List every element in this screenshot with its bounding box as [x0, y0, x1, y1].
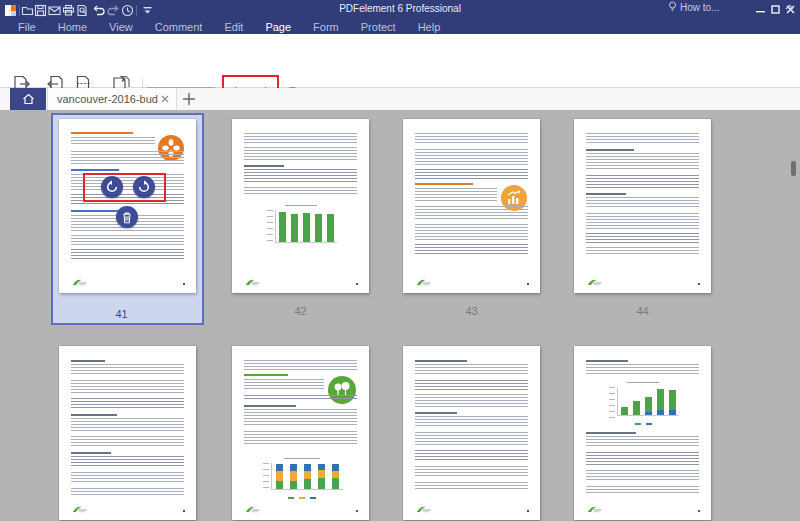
- menu-comment[interactable]: Comment: [155, 21, 203, 34]
- chart-y-axis: [267, 210, 273, 243]
- maximize-button[interactable]: [769, 3, 781, 15]
- text-lines: [71, 472, 184, 484]
- text-lines: [244, 395, 357, 401]
- heading-line: [244, 374, 288, 376]
- chart-y-axis: [609, 387, 615, 418]
- text-lines: [71, 364, 184, 376]
- page-thumbnail-47[interactable]: [403, 346, 540, 520]
- thumbnail-rotate-left-button[interactable]: [101, 176, 123, 198]
- vancouver-logo: [586, 278, 603, 287]
- heading-line: [415, 183, 473, 185]
- growth-bar-chart: [604, 382, 682, 426]
- text-lines: [415, 432, 528, 446]
- menu-help[interactable]: Help: [418, 21, 441, 34]
- text-lines: [415, 450, 528, 462]
- document-tab[interactable]: vancouver-2016-budget: [47, 88, 177, 110]
- history-icon[interactable]: [121, 4, 134, 17]
- page-number-dot: [527, 283, 529, 285]
- menu-form[interactable]: Form: [313, 21, 339, 34]
- page-thumbnail-45[interactable]: [59, 346, 196, 520]
- text-lines: [586, 175, 699, 189]
- vancouver-logo: [71, 278, 88, 287]
- text-lines: [586, 197, 699, 209]
- chart-title-line: [285, 205, 316, 206]
- chart-bar: [304, 464, 311, 489]
- text-lines: [415, 133, 528, 145]
- heading-line: [586, 193, 626, 195]
- text-lines: [415, 244, 528, 254]
- close-tab-icon[interactable]: [158, 92, 172, 106]
- heading-line: [71, 452, 111, 454]
- text-lines: [586, 452, 699, 466]
- page-thumbnail-46[interactable]: [232, 346, 369, 520]
- open-file-icon[interactable]: [21, 4, 34, 17]
- chart-bar: [276, 464, 283, 489]
- heading-line: [71, 132, 133, 134]
- page-thumbnail-48[interactable]: [574, 346, 711, 520]
- text-lines: [415, 394, 528, 408]
- app-logo-icon: [4, 4, 17, 17]
- text-lines: [586, 486, 699, 494]
- text-lines: [586, 233, 699, 243]
- page-thumbnail-43[interactable]: [403, 119, 540, 293]
- page-thumbnail-44[interactable]: [574, 119, 711, 293]
- email-icon[interactable]: [48, 4, 61, 17]
- thumbnail-panel: 41: [0, 110, 800, 521]
- text-lines: [244, 187, 357, 195]
- pdfelement-window: { "window": { "title": "PDFelement 6 Pro…: [0, 0, 800, 521]
- new-tab-button[interactable]: [182, 92, 196, 106]
- heading-line: [586, 432, 636, 434]
- chart-title-line: [284, 458, 319, 459]
- text-lines: [71, 398, 184, 410]
- menu-edit[interactable]: Edit: [224, 21, 243, 34]
- page-thumbnail-42[interactable]: [232, 119, 369, 293]
- print-icon[interactable]: [62, 4, 75, 17]
- text-lines: [71, 418, 184, 432]
- menu-protect[interactable]: Protect: [361, 21, 396, 34]
- minimize-button[interactable]: [754, 3, 766, 15]
- text-lines: [415, 482, 528, 490]
- customize-toolbar-icon[interactable]: [141, 4, 154, 17]
- how-to-link[interactable]: How to...: [668, 0, 719, 14]
- home-icon: [22, 93, 35, 105]
- chart-bar: [621, 407, 628, 415]
- menu-file[interactable]: File: [18, 21, 36, 34]
- text-lines: [71, 380, 184, 394]
- text-lines: [244, 147, 357, 161]
- chart-plot: [275, 210, 337, 243]
- heading-line: [586, 149, 634, 151]
- thumbnail-delete-button[interactable]: [116, 206, 138, 228]
- page-number-dot: [356, 283, 358, 285]
- text-lines: [586, 133, 699, 145]
- heading-line: [71, 360, 105, 362]
- save-icon[interactable]: [34, 4, 47, 17]
- chart-plot: [271, 463, 343, 490]
- text-lines: [586, 213, 699, 229]
- page-label-41: 41: [53, 308, 190, 320]
- text-lines: [71, 436, 184, 448]
- menu-view[interactable]: View: [109, 21, 133, 34]
- page-label-43: 43: [403, 305, 540, 317]
- vancouver-logo: [415, 278, 432, 287]
- collapse-ribbon-icon[interactable]: [784, 2, 795, 13]
- text-lines: [71, 488, 184, 496]
- menu-page[interactable]: Page: [265, 21, 291, 34]
- scrollbar-thumb[interactable]: [791, 161, 796, 176]
- page-number-dot: [527, 510, 529, 512]
- undo-icon[interactable]: [92, 4, 105, 17]
- text-lines: [244, 409, 357, 427]
- text-lines: [244, 431, 357, 445]
- menu-bar: File Home View Comment Edit Page Form Pr…: [0, 20, 800, 34]
- menu-home[interactable]: Home: [58, 21, 87, 34]
- home-tab[interactable]: [10, 88, 46, 110]
- thumbnail-rotate-right-button[interactable]: [133, 176, 155, 198]
- find-icon[interactable]: [76, 4, 89, 17]
- redo-icon: [107, 4, 120, 17]
- chart-legend: [258, 497, 346, 499]
- text-lines: [71, 137, 155, 146]
- text-lines: [415, 224, 528, 240]
- text-lines: [415, 188, 497, 202]
- page-label-44: 44: [574, 305, 711, 317]
- text-lines: [71, 456, 184, 468]
- text-lines: [415, 206, 528, 220]
